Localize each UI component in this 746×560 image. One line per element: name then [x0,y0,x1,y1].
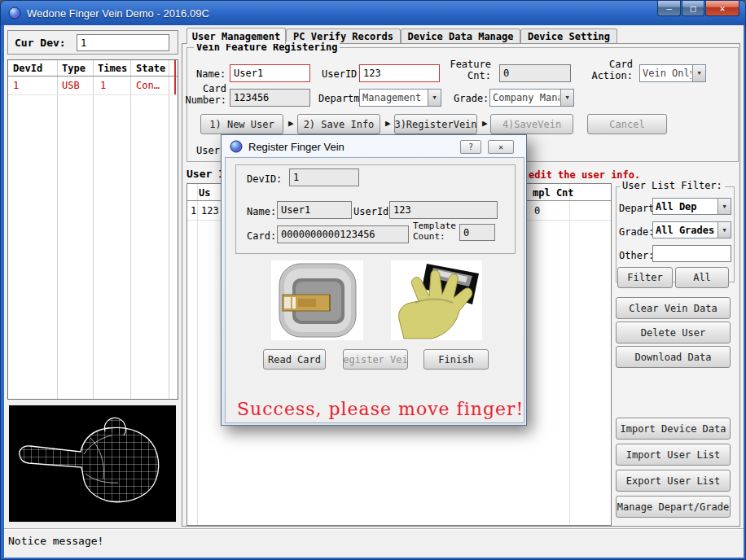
dialog-card-input[interactable]: 0000000000123456 [277,225,409,243]
hand-on-scanner-image [391,260,482,340]
tab-user-management[interactable]: User Management [186,28,286,44]
card-number-label: CardNumber: [181,83,226,106]
dropdown-arrow-icon[interactable]: ▼ [692,65,705,81]
cancel-button[interactable]: Cancel [587,114,667,134]
flow-arrow-icon: ▶ [288,118,294,129]
dropdown-arrow-icon[interactable]: ▼ [428,90,441,106]
user-row-col2[interactable]: 123 [201,205,219,217]
user-list-hint: edit the user info. [529,169,640,181]
grade-combo[interactable]: Company Manag ▼ [489,89,574,107]
dialog-devid-label: DevID: [247,173,282,185]
dialog-name-input[interactable]: User1 [277,201,352,219]
dialog-status-message: Success, please move finger! [237,399,524,419]
export-user-list-button[interactable]: Export User List [616,470,731,492]
other-label: Other: [619,250,654,261]
device-table-header-times[interactable]: Times [98,63,127,74]
name-label: Name: [196,68,226,80]
new-user-button[interactable]: 1) New User [200,114,283,134]
dropdown-arrow-icon[interactable]: ▼ [717,199,731,214]
card-action-combo[interactable]: Vein Only ▼ [639,64,706,82]
device-table-header-type[interactable]: Type [62,63,86,74]
tab-device-setting[interactable]: Device Setting [520,28,617,44]
dialog-devid-input[interactable]: 1 [289,168,359,186]
save-vein-button[interactable]: 4)SaveVein [490,114,573,134]
save-info-button[interactable]: 2) Save Info [297,114,380,134]
device-row-devid[interactable]: 1 [13,80,19,91]
tab-device-data-manage[interactable]: Device Data Manage [401,28,520,44]
user-list-title: User I [186,168,225,180]
user-list-header-left[interactable]: Us [199,187,210,199]
department-combo[interactable]: Management ▼ [359,89,441,107]
userid-label: UserID: [322,68,363,80]
card-action-label: CardAction: [584,59,633,81]
read-card-button[interactable]: Read Card [263,349,326,370]
feature-cnt-label: FeatureCnt: [444,59,491,81]
dialog-card-label: Card: [247,230,276,242]
dialog-help-button[interactable]: ? [460,140,481,154]
filter-button[interactable]: Filter [617,267,673,288]
device-table: DevId Type Times State 1 USB 1 Con… [7,59,178,400]
finish-button[interactable]: Finish [423,349,489,370]
device-row-times[interactable]: 1 [100,80,106,91]
hand-wireframe-image [9,405,176,522]
cur-dev-input[interactable]: 1 [77,34,169,51]
user-list-header-tmpl[interactable]: mpl Cnt [533,187,574,199]
card-reader-image [271,260,363,340]
row-marker [174,60,176,94]
device-table-header-state[interactable]: State [136,63,165,74]
userid-input[interactable]: 123 [359,64,440,82]
clear-vein-data-button[interactable]: Clear Vein Data [616,297,731,319]
dialog-close-button[interactable]: ✕ [488,140,514,154]
grade-label: Grade: [454,93,489,104]
card-number-input[interactable]: 123456 [230,89,310,107]
minimize-button[interactable]: — [657,1,681,16]
flow-arrow-icon: ▶ [385,118,391,129]
dialog-body: DevID: 1 Name: User1 UserId 123 Card: 00… [225,157,524,423]
status-message: Notice message! [8,535,103,547]
dialog-icon [230,140,243,153]
user-row-tmpl-cnt[interactable]: 0 [534,205,540,217]
maximize-button[interactable]: □ [682,1,704,16]
feature-cnt-input[interactable]: 0 [499,64,571,82]
cur-dev-label: Cur Dev: [15,37,66,49]
other-input[interactable] [652,245,731,262]
filter-grade-label: Grade: [619,226,654,238]
app-icon [8,7,21,20]
partial-label: User [196,145,220,156]
manage-depart-grade-button[interactable]: Manage Depart/Grade [616,496,731,518]
window-controls: — □ ✕ [657,1,739,16]
device-row-state[interactable]: Con… [136,80,160,91]
filter-grade-combo[interactable]: All Grades ▼ [652,221,731,238]
dropdown-arrow-icon[interactable]: ▼ [717,222,731,238]
depart-combo[interactable]: All Dep ▼ [652,198,731,215]
delete-user-button[interactable]: Delete User [616,322,731,343]
register-vein-button[interactable]: Register Vein [343,349,408,370]
app-window: Wedone Finger Vein Demo - 2016.09C — □ ✕… [0,0,746,560]
dialog-name-label: Name: [247,206,276,217]
import-user-list-button[interactable]: Import User List [616,444,731,466]
download-data-button[interactable]: Download Data [616,346,731,368]
flow-arrow-icon: ▶ [482,118,488,129]
device-table-header-devid[interactable]: DevId [13,63,42,74]
template-count-label: TemplateCount: [413,221,457,242]
template-count-input[interactable]: 0 [459,224,495,241]
window-title: Wedone Finger Vein Demo - 2016.09C [27,7,209,20]
import-device-data-button[interactable]: Import Device Data [616,418,731,440]
dialog-userid-label: UserId [353,206,388,217]
title-bar: Wedone Finger Vein Demo - 2016.09C — □ ✕ [1,1,746,25]
filter-legend: User List Filter: [620,180,725,191]
depart-label: Depart [619,203,654,214]
register-vein-step-button[interactable]: 3)RegisterVein [394,114,477,134]
user-row-col1[interactable]: 1 [191,205,196,217]
close-button[interactable]: ✕ [705,1,739,16]
register-finger-vein-dialog: Register Finger Vein ? ✕ DevID: 1 Name: … [221,134,527,426]
dialog-title: Register Finger Vein [248,141,344,153]
dialog-userid-input[interactable]: 123 [389,201,498,219]
device-row-type[interactable]: USB [62,80,80,91]
name-input[interactable]: User1 [230,64,310,82]
current-device-box: Cur Dev: 1 [7,30,178,55]
status-divider [4,529,744,530]
all-button[interactable]: All [675,267,729,288]
dropdown-arrow-icon[interactable]: ▼ [560,90,573,106]
